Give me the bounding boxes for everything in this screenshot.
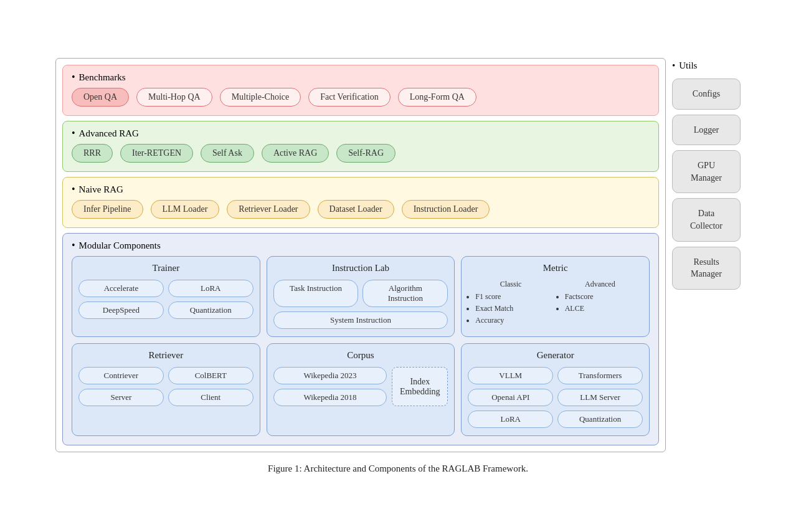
sidebar: Utils Configs Logger GPUManager DataColl…: [672, 58, 741, 290]
pill-iter-retgen: Iter-RETGEN: [120, 144, 193, 163]
retriever-contriever: Contriever: [78, 367, 164, 384]
advanced-rag-label: Advanced RAG: [72, 128, 650, 139]
corpus-index-embedding: IndexEmbedding: [392, 367, 448, 406]
pill-llm-loader: LLM Loader: [151, 200, 220, 219]
corpus-wiki2023: Wikepedia 2023: [273, 367, 387, 384]
results-manager-button[interactable]: ResultsManager: [672, 247, 741, 290]
metric-classic-col: Classic F1 score Exact Match Accuracy: [468, 280, 553, 327]
retriever-items: Contriever ColBERT Server Client: [78, 367, 253, 406]
pill-rrr: RRR: [72, 144, 113, 163]
benchmarks-label: Benchmarks: [72, 72, 650, 83]
advanced-rag-section: Advanced RAG RRR Iter-RETGEN Self Ask Ac…: [62, 121, 659, 172]
naive-rag-pills: Infer Pipeline LLM Loader Retriever Load…: [72, 200, 650, 219]
figure-caption: Figure 1: Architecture and Components of…: [268, 463, 528, 474]
generator-lora: LoRA: [468, 411, 553, 428]
pill-multihop-qa: Multi-Hop QA: [136, 88, 212, 107]
naive-rag-section: Naive RAG Infer Pipeline LLM Loader Retr…: [62, 177, 659, 228]
metric-cols: Classic F1 score Exact Match Accuracy Ad…: [468, 280, 643, 327]
generator-transformers: Transformers: [557, 367, 643, 384]
gpu-manager-button[interactable]: GPUManager: [672, 150, 741, 193]
instruction-lab-top: Task Instruction Algorithm Instruction: [273, 280, 448, 307]
pill-active-rag: Active RAG: [262, 144, 329, 163]
main-container: Benchmarks Open QA Multi-Hop QA Multiple…: [55, 58, 741, 452]
metric-exact-match: Exact Match: [475, 303, 553, 315]
metric-advanced-header: Advanced: [557, 280, 643, 289]
pill-self-rag: Self-RAG: [336, 144, 396, 163]
logger-button[interactable]: Logger: [672, 115, 741, 146]
trainer-deepspeed: DeepSpeed: [78, 302, 164, 319]
generator-vllm: VLLM: [468, 367, 553, 384]
pill-infer-pipeline: Infer Pipeline: [72, 200, 143, 219]
corpus-inner: Wikepedia 2023 Wikepedia 2018 IndexEmbed…: [273, 367, 448, 406]
corpus-left: Wikepedia 2023 Wikepedia 2018: [273, 367, 387, 406]
pill-instruction-loader: Instruction Loader: [402, 200, 490, 219]
instruction-lab-bottom: System Instruction: [273, 311, 448, 329]
diagram-area: Benchmarks Open QA Multi-Hop QA Multiple…: [55, 58, 666, 452]
modular-section: Modular Components Trainer Accelerate Lo…: [62, 233, 659, 445]
generator-openai: Openai API: [468, 389, 553, 406]
metric-alce: ALCE: [565, 303, 643, 315]
trainer-lora: LoRA: [168, 280, 253, 297]
metric-advanced-col: Advanced Factscore ALCE: [557, 280, 643, 327]
corpus-index-label: IndexEmbedding: [400, 377, 440, 397]
data-collector-button[interactable]: DataCollector: [672, 198, 741, 241]
modular-grid: Trainer Accelerate LoRA DeepSpeed Quanti…: [72, 256, 650, 436]
generator-quantization: Quantization: [557, 411, 643, 428]
corpus-wiki2018: Wikepedia 2018: [273, 389, 387, 406]
utils-label: Utils: [672, 58, 741, 74]
pill-dataset-loader: Dataset Loader: [318, 200, 394, 219]
retriever-box: Retriever Contriever ColBERT Server Clie…: [72, 343, 260, 436]
metric-box: Metric Classic F1 score Exact Match Accu…: [461, 256, 650, 337]
algorithm-instruction: Algorithm Instruction: [362, 280, 448, 307]
metric-title: Metric: [468, 263, 643, 273]
pill-longform-qa: Long-Form QA: [398, 88, 476, 107]
retriever-title: Retriever: [78, 350, 253, 361]
pill-self-ask: Self Ask: [201, 144, 254, 163]
instruction-lab-title: Instruction Lab: [273, 263, 448, 273]
metric-factscore: Factscore: [565, 291, 643, 303]
generator-llm-server: LLM Server: [557, 389, 643, 406]
benchmarks-pills: Open QA Multi-Hop QA Multiple-Choice Fac…: [72, 88, 650, 107]
metric-classic-header: Classic: [468, 280, 553, 289]
naive-rag-label: Naive RAG: [72, 184, 650, 195]
modular-label: Modular Components: [72, 240, 650, 251]
pill-retriever-loader: Retriever Loader: [227, 200, 310, 219]
generator-box: Generator VLLM Transformers Openai API L…: [461, 343, 650, 436]
system-instruction: System Instruction: [273, 311, 448, 329]
configs-button[interactable]: Configs: [672, 78, 741, 110]
task-instruction: Task Instruction: [273, 280, 359, 307]
corpus-box: Corpus Wikepedia 2023 Wikepedia 2018 Ind…: [267, 343, 455, 436]
retriever-server: Server: [78, 389, 164, 406]
metric-f1: F1 score: [475, 291, 553, 303]
corpus-title: Corpus: [273, 350, 448, 361]
instruction-lab-box: Instruction Lab Task Instruction Algorit…: [267, 256, 455, 337]
metric-accuracy: Accuracy: [475, 315, 553, 326]
generator-title: Generator: [468, 350, 643, 361]
pill-open-qa: Open QA: [72, 88, 129, 107]
metric-advanced-list: Factscore ALCE: [557, 291, 643, 315]
retriever-colbert: ColBERT: [168, 367, 253, 384]
trainer-box: Trainer Accelerate LoRA DeepSpeed Quanti…: [72, 256, 260, 337]
trainer-quantization: Quantization: [168, 302, 253, 319]
trainer-accelerate: Accelerate: [78, 280, 164, 297]
benchmarks-section: Benchmarks Open QA Multi-Hop QA Multiple…: [62, 65, 659, 116]
pill-fact-verification: Fact Verification: [308, 88, 390, 107]
advanced-rag-pills: RRR Iter-RETGEN Self Ask Active RAG Self…: [72, 144, 650, 163]
trainer-items: Accelerate LoRA DeepSpeed Quantization: [78, 280, 253, 319]
metric-classic-list: F1 score Exact Match Accuracy: [468, 291, 553, 327]
pill-multiple-choice: Multiple-Choice: [220, 88, 301, 107]
retriever-client: Client: [168, 389, 253, 406]
trainer-title: Trainer: [78, 263, 253, 273]
generator-items: VLLM Transformers Openai API LLM Server …: [468, 367, 643, 428]
